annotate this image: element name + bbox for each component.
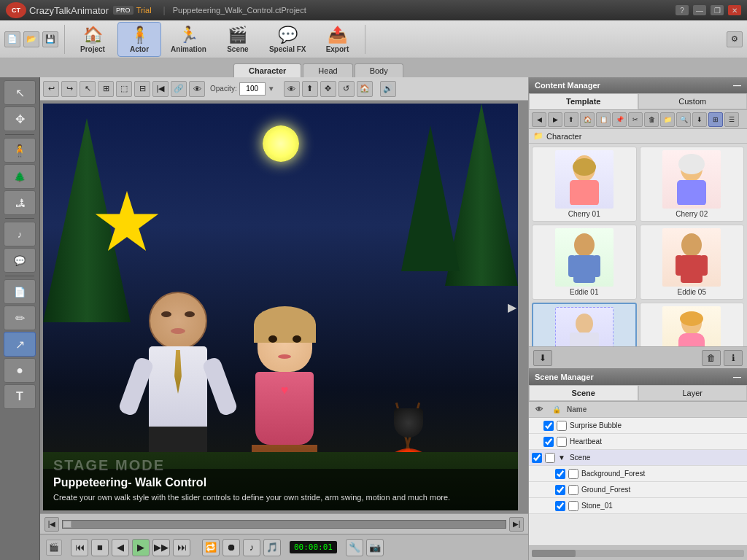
char-cherry02[interactable]: Cherry 02	[640, 147, 745, 222]
transport-record[interactable]: 🎬	[46, 540, 62, 556]
redo-button[interactable]: ↪	[61, 81, 77, 97]
transport-extra[interactable]: 🔧	[346, 539, 363, 556]
scene-lock-background[interactable]	[568, 469, 578, 479]
scene-row-background-forest[interactable]: Background_Forest	[529, 466, 747, 482]
scene-row-surprise-bubble[interactable]: Surprise Bubble	[529, 418, 747, 434]
transport-note[interactable]: 🎵	[263, 539, 281, 556]
tool-text[interactable]: T	[4, 384, 36, 409]
scene-row-heartbeat[interactable]: Heartbeat	[529, 434, 747, 450]
toolbar-actor[interactable]: 🧍 Actor	[117, 22, 161, 57]
toolbar-specialfx[interactable]: 💬 Special FX	[263, 22, 313, 57]
char-mrrosenberg[interactable]: Mr. Rosenberg	[532, 303, 637, 346]
transport-record2[interactable]: ⏺	[222, 539, 240, 556]
scene-row-scene[interactable]: ▼ Scene	[529, 450, 747, 466]
eye-button[interactable]: 👁	[189, 81, 205, 97]
home-btn[interactable]: 🏠	[357, 81, 373, 97]
select2-tool[interactable]: ⬚	[116, 81, 132, 97]
char-sally[interactable]: Sally	[640, 303, 745, 346]
maximize-button[interactable]: ❐	[711, 5, 724, 15]
tool-chat[interactable]: 💬	[4, 248, 36, 273]
link-button[interactable]: 🔗	[171, 81, 187, 97]
tl-end[interactable]: ▶|	[509, 517, 524, 532]
scene-lock-scene[interactable]	[545, 453, 555, 463]
scene-lock-stone[interactable]	[568, 501, 578, 511]
save-button[interactable]: 💾	[42, 31, 58, 47]
subtab-character[interactable]: Character	[233, 63, 301, 77]
scene-vis-scene[interactable]	[532, 453, 542, 463]
tool-select[interactable]: ↖	[4, 80, 36, 105]
toolbar-export[interactable]: 📤 Export	[315, 22, 359, 57]
transport-stop[interactable]: ■	[91, 539, 109, 556]
tool-move[interactable]: ✥	[4, 106, 36, 131]
transport-prev[interactable]: ◀	[112, 539, 129, 556]
ct-forward[interactable]: ▶	[548, 112, 562, 127]
select3-tool[interactable]: ⊟	[134, 81, 150, 97]
toolbar-scene[interactable]: 🎬 Scene	[216, 22, 260, 57]
ct-delete[interactable]: 🗑	[644, 112, 659, 127]
ct-search[interactable]: 🔍	[676, 112, 691, 127]
transport-next[interactable]: ▶▶	[152, 539, 170, 556]
open-button[interactable]: 📂	[23, 31, 39, 47]
ct-cut[interactable]: ✂	[628, 112, 643, 127]
tab-template[interactable]: Template	[529, 93, 638, 109]
rotate-btn[interactable]: ↺	[338, 81, 355, 97]
ct-list-view[interactable]: ☰	[724, 112, 739, 127]
content-manager-collapse[interactable]: —	[733, 81, 741, 90]
new-button[interactable]: 📄	[4, 31, 20, 47]
scene-expand-icon[interactable]: ▼	[558, 454, 565, 462]
toolbar-project[interactable]: 🏠 Project	[71, 22, 115, 57]
ct-back[interactable]: ◀	[532, 112, 546, 127]
minimize-button[interactable]: —	[693, 5, 706, 15]
scene-row-ground-forest[interactable]: Ground_Forest	[529, 482, 747, 498]
ct-home[interactable]: 🏠	[580, 112, 595, 127]
tl-home[interactable]: |◀	[44, 517, 59, 532]
opacity-dropdown[interactable]: ▼	[268, 85, 275, 93]
scene-lock-ground[interactable]	[568, 485, 578, 495]
char-eddie05[interactable]: Eddie 05	[640, 225, 745, 300]
subtab-body[interactable]: Body	[355, 63, 403, 77]
scene-vis-background[interactable]	[555, 469, 565, 479]
up-btn[interactable]: ⬆	[302, 81, 318, 97]
scroll-right-arrow[interactable]: ▶	[508, 300, 516, 314]
transport-loop[interactable]: 🔁	[202, 539, 220, 556]
tool-tree[interactable]: 🌲	[4, 164, 36, 189]
ct-copy[interactable]: 📋	[596, 112, 611, 127]
char-cherry01[interactable]: Cherry 01	[532, 147, 637, 222]
opacity-input[interactable]	[239, 82, 266, 96]
scene-row-stone01[interactable]: Stone_01	[529, 498, 747, 514]
scene-tab-scene[interactable]: Scene	[529, 385, 638, 401]
scene-vis-surprise-bubble[interactable]	[543, 421, 554, 431]
move-btn[interactable]: ✥	[320, 81, 336, 97]
transport-start[interactable]: ⏮	[71, 539, 88, 556]
cm-delete-btn[interactable]: 🗑	[702, 350, 721, 366]
subtab-head[interactable]: Head	[303, 63, 352, 77]
visibility-btn[interactable]: 👁	[284, 81, 300, 97]
transform-tool[interactable]: ⊞	[98, 81, 114, 97]
help-button[interactable]: ?	[676, 5, 689, 15]
ct-grid-view[interactable]: ⊞	[708, 112, 723, 127]
audio-btn[interactable]: 🔊	[380, 81, 396, 97]
ct-new-folder[interactable]: 📁	[660, 112, 675, 127]
cm-import-btn[interactable]: ⬇	[533, 350, 552, 366]
settings-btn[interactable]: ⚙	[727, 31, 743, 47]
transport-render[interactable]: 📷	[366, 539, 384, 556]
female-character[interactable]: ♥	[248, 314, 321, 474]
cm-info-btn[interactable]: ℹ	[724, 350, 743, 366]
rewind-button[interactable]: |◀	[152, 81, 169, 97]
tool-note[interactable]: ♪	[4, 222, 36, 246]
scene-tab-layer[interactable]: Layer	[638, 385, 748, 401]
tab-custom[interactable]: Custom	[638, 93, 748, 109]
timeline-thumb[interactable]	[63, 521, 71, 528]
toolbar-animation[interactable]: 🏃 Animation	[164, 22, 213, 57]
transport-audio[interactable]: ♪	[243, 539, 260, 556]
tool-pencil[interactable]: ✏	[4, 306, 36, 330]
tool-doc[interactable]: 📄	[4, 279, 36, 304]
scene-lock-surprise-bubble[interactable]	[557, 421, 567, 431]
male-character[interactable]	[138, 292, 218, 474]
transport-end[interactable]: ⏭	[173, 539, 190, 556]
scene-manager-collapse[interactable]: —	[733, 373, 741, 381]
scene-lock-heartbeat[interactable]	[557, 437, 567, 447]
tool-scene2[interactable]: 🏞	[4, 190, 36, 215]
undo-button[interactable]: ↩	[43, 81, 59, 97]
select-tool[interactable]: ↖	[80, 81, 96, 97]
